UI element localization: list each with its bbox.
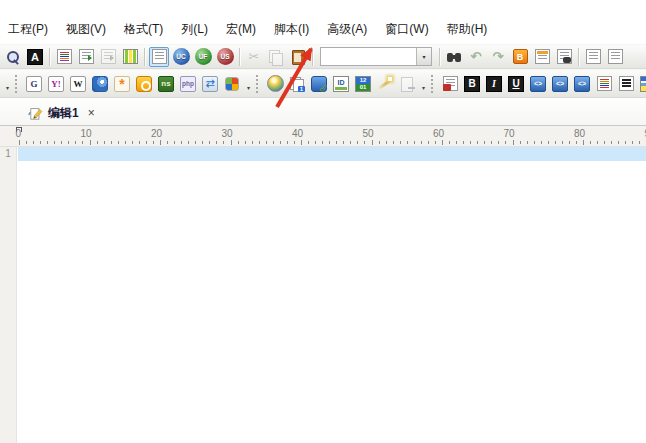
cut-button[interactable]: ✂ (244, 47, 264, 67)
encoding-us-button[interactable]: US (215, 47, 235, 67)
google-search-button[interactable]: G (24, 74, 44, 94)
ruler-label: 20 (146, 128, 162, 139)
ruler-tick (456, 141, 457, 144)
underline-button[interactable]: U (506, 74, 526, 94)
italic-button[interactable]: I (484, 74, 504, 94)
ruler-tick (364, 141, 365, 144)
bookmark-list-button[interactable] (532, 47, 552, 67)
menu-item-macro[interactable]: 宏(M) (221, 18, 261, 41)
ruler-tick (583, 140, 584, 145)
magic-wand-button[interactable] (375, 74, 395, 94)
menu-item-help[interactable]: 帮助(H) (442, 18, 493, 41)
number-lines-button[interactable]: 1 (287, 74, 307, 94)
clipped-button[interactable] (638, 74, 646, 94)
redo-button[interactable]: ↷ (488, 47, 508, 67)
transfer-arrows-icon: ⇄ (202, 76, 218, 92)
yahoo-search-button[interactable]: Y! (46, 74, 66, 94)
charset-button[interactable]: A (25, 47, 45, 67)
phone-verify-button[interactable]: ✓ (309, 74, 329, 94)
ruler-tick (174, 141, 175, 144)
find-button[interactable] (444, 47, 464, 67)
color-lines-button[interactable] (594, 74, 614, 94)
highlight-lines-button[interactable] (54, 47, 74, 67)
export-list-button[interactable] (440, 74, 460, 94)
send-page-button[interactable] (397, 74, 417, 94)
menu-item-project[interactable]: 工程(P) (3, 18, 53, 41)
document-list-alt-icon (608, 49, 623, 64)
tab-close-button[interactable]: × (85, 106, 98, 120)
line-number[interactable]: 1 (0, 147, 16, 161)
ruler-tick (287, 141, 288, 144)
date-convert-button[interactable]: 1201 (353, 74, 373, 94)
ruler-tick (569, 141, 570, 144)
ruler-tick (40, 141, 41, 144)
color-picker-button[interactable] (265, 74, 285, 94)
tab-edit1[interactable]: 编辑1 × (12, 99, 108, 125)
web-service-orange-button[interactable] (134, 74, 154, 94)
ruler-tick (202, 141, 203, 144)
show-line-numbers-button[interactable] (149, 47, 169, 67)
word-wrap-button[interactable] (98, 47, 118, 67)
encoding-uf-button[interactable]: UF (193, 47, 213, 67)
ruler-tick (484, 141, 485, 144)
ruler-tick (527, 141, 528, 144)
id-image-button[interactable]: ID (331, 74, 351, 94)
ruler-tick (259, 141, 260, 144)
menu-item-advanced[interactable]: 高级(A) (322, 18, 372, 41)
ruler-tick (266, 141, 267, 144)
transfer-arrows-button[interactable]: ⇄ (200, 74, 220, 94)
toolbar-overflow-chevron[interactable]: ▾ (2, 74, 13, 94)
document-list-alt-button[interactable] (605, 47, 625, 67)
application-window: 工程(P)视图(V)格式(T)列(L)宏(M)脚本(I)高级(A)窗口(W)帮助… (0, 0, 646, 443)
calendar-top: 12 (356, 77, 370, 84)
copy-button[interactable] (266, 47, 286, 67)
ruler-tick (188, 141, 189, 144)
paste-button[interactable] (288, 47, 308, 67)
ruler-tick (541, 141, 542, 144)
bookmark-list-icon (535, 49, 550, 64)
wikipedia-search-button[interactable]: W (68, 74, 88, 94)
ruler-tick (576, 141, 577, 144)
wikipedia-search-icon: W (70, 76, 86, 92)
search-combobox-input[interactable] (321, 48, 416, 65)
ruler-tick (104, 141, 105, 144)
list-tag-button[interactable]: <> (572, 74, 592, 94)
php-docs-button[interactable]: php (178, 74, 198, 94)
encoding-us-icon: US (217, 48, 234, 65)
group-overflow-chevron[interactable]: ▾ (243, 74, 254, 94)
zoom-button[interactable] (3, 47, 23, 67)
ruler-tick (498, 141, 499, 144)
column-mode-button[interactable] (120, 47, 140, 67)
encoding-uc-button[interactable]: UC (171, 47, 191, 67)
bold-button[interactable]: B (462, 74, 482, 94)
insert-tag-button[interactable]: <> (528, 74, 548, 94)
ruler-tick (590, 141, 591, 144)
group-overflow-chevron[interactable]: ▾ (418, 74, 429, 94)
menu-item-format[interactable]: 格式(T) (119, 18, 168, 41)
toolbar-main: AUCUFUS✂▾↶↷B (0, 44, 646, 69)
web-service-blue-button[interactable] (90, 74, 110, 94)
menu-item-script[interactable]: 脚本(I) (269, 18, 314, 41)
office-button[interactable] (222, 74, 242, 94)
search-combobox-dropdown-button[interactable]: ▾ (416, 48, 431, 65)
document-list-button[interactable] (583, 47, 603, 67)
bookmark-button[interactable]: B (510, 47, 530, 67)
web-service-ns-icon: ns (158, 76, 174, 92)
ruler-tick (513, 140, 514, 145)
menu-item-column[interactable]: 列(L) (176, 18, 213, 41)
undo-button[interactable]: ↶ (466, 47, 486, 67)
ruler-tick (132, 141, 133, 144)
web-service-spark-button[interactable]: * (112, 74, 132, 94)
ruler-tick (428, 141, 429, 144)
menu-item-view[interactable]: 视图(V) (61, 18, 111, 41)
web-service-ns-button[interactable]: ns (156, 74, 176, 94)
wrap-tag-button[interactable]: <> (550, 74, 570, 94)
dark-lines-button[interactable] (616, 74, 636, 94)
ruler-tick (477, 141, 478, 144)
ruler-tick (407, 141, 408, 144)
menu-item-window[interactable]: 窗口(W) (380, 18, 433, 41)
ruler-tick (329, 141, 330, 144)
line-arrows-button[interactable] (76, 47, 96, 67)
find-in-document-button[interactable] (554, 47, 574, 67)
editor-text-area[interactable]: 1 (0, 147, 646, 443)
